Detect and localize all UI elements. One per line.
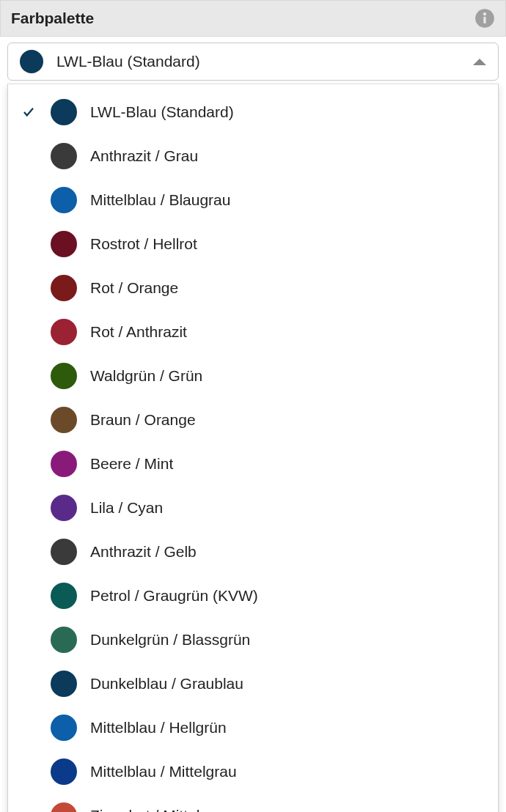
color-select[interactable]: LWL-Blau (Standard) [7, 43, 499, 81]
color-option-label: Ziegelrot / Mittelgrau [90, 807, 230, 812]
color-swatch [51, 231, 77, 257]
color-option[interactable]: LWL-Blau (Standard) [8, 90, 498, 134]
color-option[interactable]: Rostrot / Hellrot [8, 222, 498, 266]
color-option[interactable]: Mittelblau / Hellgrün [8, 706, 498, 750]
color-option-label: Rot / Anthrazit [90, 323, 187, 341]
color-swatch [51, 671, 77, 697]
check-slot [20, 106, 37, 119]
color-option-label: Beere / Mint [90, 455, 173, 473]
color-swatch [51, 802, 77, 812]
color-option[interactable]: Mittelblau / Mittelgrau [8, 750, 498, 794]
color-option[interactable]: Dunkelblau / Graublau [8, 662, 498, 706]
panel-header: Farbpalette [0, 0, 506, 37]
svg-point-2 [483, 12, 486, 15]
color-option[interactable]: Waldgrün / Grün [8, 354, 498, 398]
color-option[interactable]: Anthrazit / Gelb [8, 530, 498, 574]
color-option[interactable]: Braun / Orange [8, 398, 498, 442]
color-swatch [51, 451, 77, 477]
color-option-label: Dunkelgrün / Blassgrün [90, 631, 250, 649]
color-dropdown[interactable]: LWL-Blau (Standard)Anthrazit / GrauMitte… [7, 84, 499, 812]
color-option[interactable]: Lila / Cyan [8, 486, 498, 530]
color-option-label: Rostrot / Hellrot [90, 235, 197, 253]
color-option-label: LWL-Blau (Standard) [90, 103, 234, 121]
color-swatch [51, 407, 77, 433]
color-option[interactable]: Ziegelrot / Mittelgrau [8, 794, 498, 812]
color-option-label: Rot / Orange [90, 279, 178, 297]
info-icon[interactable] [474, 8, 495, 29]
color-option-label: Anthrazit / Grau [90, 147, 198, 165]
color-swatch [51, 539, 77, 565]
color-swatch [51, 715, 77, 741]
panel-title: Farbpalette [11, 10, 94, 27]
color-option-label: Braun / Orange [90, 411, 196, 429]
check-icon [22, 106, 35, 119]
color-option-label: Mittelblau / Blaugrau [90, 191, 230, 209]
color-option-label: Mittelblau / Mittelgrau [90, 763, 237, 780]
color-option-label: Waldgrün / Grün [90, 367, 202, 385]
color-swatch [51, 187, 77, 213]
color-option[interactable]: Rot / Anthrazit [8, 310, 498, 354]
color-option[interactable]: Dunkelgrün / Blassgrün [8, 618, 498, 662]
color-palette-panel: Farbpalette LWL-Blau (Standard) LWL-Blau… [0, 0, 506, 812]
color-option[interactable]: Petrol / Graugrün (KVW) [8, 574, 498, 618]
svg-rect-1 [483, 17, 485, 23]
color-option-label: Petrol / Graugrün (KVW) [90, 587, 258, 605]
chevron-up-icon [473, 59, 486, 65]
color-swatch [51, 143, 77, 169]
color-swatch [51, 99, 77, 125]
color-option-label: Lila / Cyan [90, 499, 163, 517]
selected-swatch [20, 50, 43, 73]
color-swatch [51, 583, 77, 609]
color-option[interactable]: Mittelblau / Blaugrau [8, 178, 498, 222]
selected-label: LWL-Blau (Standard) [56, 53, 460, 70]
color-swatch [51, 363, 77, 389]
color-option[interactable]: Rot / Orange [8, 266, 498, 310]
color-swatch [51, 275, 77, 301]
color-option-label: Mittelblau / Hellgrün [90, 719, 227, 737]
color-swatch [51, 495, 77, 521]
color-option[interactable]: Anthrazit / Grau [8, 134, 498, 178]
color-option-label: Dunkelblau / Graublau [90, 675, 243, 693]
color-swatch [51, 627, 77, 653]
color-swatch [51, 319, 77, 345]
color-swatch [51, 759, 77, 785]
color-option[interactable]: Beere / Mint [8, 442, 498, 486]
color-option-label: Anthrazit / Gelb [90, 543, 197, 561]
